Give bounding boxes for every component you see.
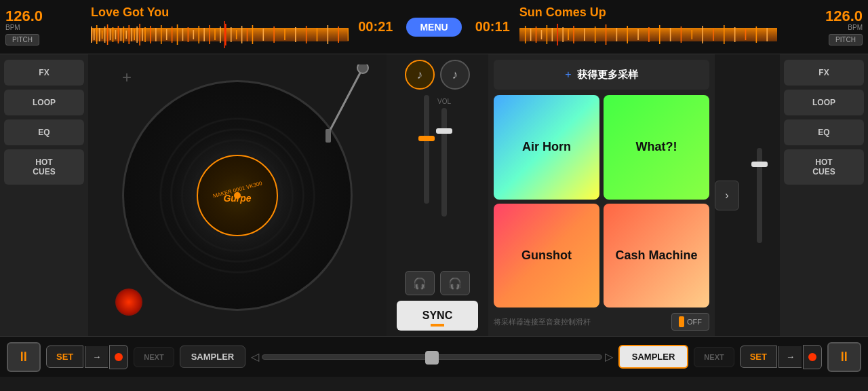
svg-rect-68 — [637, 29, 639, 40]
left-record-button[interactable] — [109, 345, 128, 369]
svg-rect-17 — [134, 29, 135, 40]
menu-button[interactable]: MENU — [406, 18, 461, 37]
right-loop-button[interactable]: LOOP — [784, 90, 864, 115]
svg-rect-27 — [177, 24, 178, 45]
svg-rect-16 — [131, 28, 132, 41]
sampler-nav-arrow-button[interactable]: › — [715, 181, 739, 210]
svg-rect-44 — [273, 26, 275, 43]
air-horn-pad[interactable]: Air Horn — [494, 95, 599, 200]
right-set-button[interactable]: SET — [740, 346, 777, 368]
svg-rect-48 — [317, 28, 318, 41]
red-light-indicator — [115, 288, 142, 316]
right-next-button[interactable]: NEXT — [694, 347, 734, 367]
crossfader-left-arrow[interactable]: ◁ — [251, 350, 259, 363]
svg-rect-34 — [214, 29, 216, 40]
svg-rect-56 — [540, 30, 542, 39]
svg-rect-75 — [713, 29, 714, 41]
svg-rect-39 — [236, 30, 237, 39]
sync-indicator — [431, 324, 444, 327]
left-channel-fader-track — [424, 95, 429, 204]
right-fader-area — [739, 54, 780, 336]
left-arrow-button[interactable]: → — [85, 346, 108, 368]
right-deck-info: 126.0 BPM PITCH — [780, 0, 868, 54]
right-hot-cues-button[interactable]: HOT CUES — [784, 149, 864, 185]
svg-rect-35 — [220, 26, 221, 43]
right-record-button[interactable] — [803, 345, 822, 369]
left-deck-select-button[interactable]: ♪ — [405, 60, 435, 90]
svg-point-82 — [357, 64, 368, 73]
vinyl-center-dot — [234, 192, 241, 199]
svg-rect-30 — [193, 30, 195, 39]
right-fx-button[interactable]: FX — [784, 60, 864, 86]
svg-rect-8 — [110, 29, 111, 40]
left-pause-button[interactable]: ⏸ — [7, 342, 41, 372]
right-deck-select-button[interactable]: ♪ — [440, 60, 470, 90]
svg-rect-10 — [115, 30, 117, 39]
left-sampler-button[interactable]: SAMPLER — [180, 346, 246, 368]
svg-rect-74 — [702, 26, 703, 43]
svg-rect-26 — [172, 26, 173, 43]
svg-rect-54 — [530, 29, 532, 41]
svg-rect-41 — [247, 28, 248, 41]
svg-rect-64 — [595, 26, 596, 43]
svg-rect-31 — [198, 26, 199, 43]
right-master-fader-handle[interactable] — [751, 162, 768, 167]
vol-label: VOL — [437, 98, 451, 105]
left-waveform-svg — [91, 21, 349, 48]
left-bpm-label: BPM — [5, 24, 83, 31]
get-more-samples-button[interactable]: + 获得更多采样 — [494, 60, 709, 90]
right-record-dot — [808, 353, 816, 361]
svg-rect-40 — [241, 26, 243, 43]
right-arrow-button[interactable]: → — [778, 346, 802, 368]
right-headphone-button[interactable]: 🎧 — [440, 271, 470, 295]
sampler-off-button[interactable]: OFF — [671, 313, 709, 331]
left-loop-button[interactable]: LOOP — [4, 90, 84, 115]
svg-rect-32 — [203, 28, 205, 41]
add-icon: + — [565, 69, 571, 81]
right-channel-fader-handle[interactable] — [436, 128, 452, 134]
left-set-button[interactable]: SET — [46, 346, 83, 368]
svg-rect-18 — [136, 26, 138, 43]
svg-rect-7 — [107, 24, 108, 45]
crossfader-right-arrow[interactable]: ▷ — [605, 350, 613, 363]
tempo-plus-button[interactable]: + — [122, 68, 132, 87]
gunshot-pad[interactable]: Gunshot — [494, 204, 599, 308]
sync-button[interactable]: SYNC — [397, 301, 478, 331]
left-next-button[interactable]: NEXT — [134, 347, 174, 367]
right-controls-panel: FX LOOP EQ HOT CUES — [780, 54, 868, 336]
left-hot-cues-button[interactable]: HOT CUES — [4, 149, 84, 185]
left-pitch-button[interactable]: PITCH — [5, 34, 39, 45]
left-deck-info: 126.0 BPM PITCH — [0, 0, 88, 54]
crossfader-track[interactable] — [262, 354, 602, 360]
svg-rect-6 — [104, 26, 106, 43]
svg-rect-72 — [680, 26, 682, 43]
left-channel-fader-handle[interactable] — [418, 136, 435, 141]
svg-rect-63 — [584, 29, 585, 41]
svg-rect-83 — [326, 129, 331, 143]
left-track-title: Love Got You — [91, 5, 169, 20]
crossfader-handle[interactable] — [425, 351, 439, 365]
fader-section: VOL — [424, 95, 451, 265]
left-timer: 00:21 — [351, 0, 399, 54]
svg-rect-79 — [755, 26, 757, 43]
svg-rect-33 — [209, 25, 210, 44]
right-pitch-button[interactable]: PITCH — [829, 34, 863, 45]
svg-rect-2 — [94, 29, 95, 40]
cash-machine-pad[interactable]: Cash Machine — [604, 204, 709, 308]
svg-rect-15 — [128, 25, 130, 44]
right-eq-button[interactable]: EQ — [784, 119, 864, 145]
left-headphone-button[interactable]: 🎧 — [405, 271, 435, 295]
crossfader-section: ◁ ▷ — [251, 350, 613, 363]
right-pause-button[interactable]: ⏸ — [827, 342, 861, 372]
right-track-title: Sun Comes Up — [519, 5, 606, 20]
svg-rect-57 — [546, 25, 547, 44]
svg-rect-37 — [224, 21, 225, 48]
off-indicator — [679, 316, 684, 327]
left-fx-button[interactable]: FX — [4, 60, 84, 86]
left-eq-button[interactable]: EQ — [4, 119, 84, 145]
svg-rect-11 — [118, 26, 119, 43]
what-pad[interactable]: What?! — [604, 95, 709, 200]
right-sampler-button[interactable]: SAMPLER — [618, 345, 689, 369]
left-waveform-canvas — [91, 21, 349, 48]
mixer-top-buttons: ♪ ♪ — [405, 60, 470, 90]
